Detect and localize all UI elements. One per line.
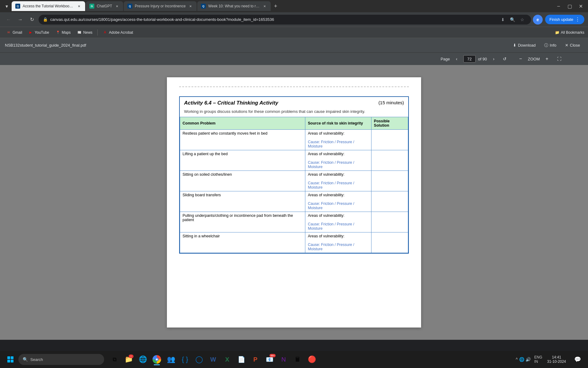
more-options-icon: ⋮ xyxy=(575,17,580,22)
bookmark-acrobat-label: Adobe Acrobat xyxy=(109,30,133,35)
tab-3[interactable]: Q Pressure Injury or Incontinence ✕ xyxy=(124,1,197,11)
fullscreen-button[interactable]: ⛶ xyxy=(555,55,564,63)
tab-2[interactable]: G ChatGPT ✕ xyxy=(86,1,123,11)
table-row: Pulling underpants/clothing or incontine… xyxy=(180,212,408,232)
taskbar-search-bar[interactable]: 🔍 Search xyxy=(18,354,104,365)
forward-button[interactable]: → xyxy=(15,15,25,25)
volume-icon[interactable]: 🔊 xyxy=(526,357,531,362)
teams-button[interactable]: 👥 xyxy=(164,353,178,366)
chevron-up-icon[interactable]: ^ xyxy=(516,357,518,362)
calculator-button[interactable]: 🖩 xyxy=(291,353,304,366)
outlook-button[interactable]: 📧 99+ xyxy=(263,353,276,366)
pdf-app-button[interactable]: 📄 xyxy=(235,353,248,366)
tab-4[interactable]: Q Week 10: What you need to re... ✕ xyxy=(197,1,271,11)
chrome2-button[interactable]: 🔴 xyxy=(305,353,318,366)
pdf-info-button[interactable]: ⓘ Info xyxy=(541,41,560,49)
next-page-button[interactable]: › xyxy=(489,55,498,63)
tab-3-favicon: Q xyxy=(127,4,132,9)
tab-1[interactable]: Q Access the Tutorial Workbook a ✕ xyxy=(12,1,85,11)
table-cell-problem: Sitting in a wheelchair xyxy=(180,232,305,253)
excel-button[interactable]: X xyxy=(221,353,234,366)
page-input[interactable] xyxy=(463,55,476,63)
table-cell-solution xyxy=(371,171,408,191)
gmail-favicon: ✉ xyxy=(6,30,11,35)
page-label: Page xyxy=(441,57,450,61)
onenote-button[interactable]: N xyxy=(277,353,290,366)
table-cell-source: Areas of vulnerability:Cause: Friction /… xyxy=(305,232,371,253)
address-bar[interactable]: 🔒 canvas.qut.edu.au/courses/18001/pages/… xyxy=(39,15,531,25)
start-button[interactable] xyxy=(4,353,17,366)
maximize-button[interactable]: ▢ xyxy=(565,1,575,11)
download-icon: ⬇ xyxy=(513,43,516,48)
tab-1-close[interactable]: ✕ xyxy=(77,4,81,9)
bookmark-star-icon[interactable]: ☆ xyxy=(518,15,527,24)
vscode-button[interactable]: { } xyxy=(178,353,192,366)
bookmark-gmail[interactable]: ✉ Gmail xyxy=(4,29,24,36)
system-tray: ^ 🌐 🔊 xyxy=(516,357,531,362)
tab-list-button[interactable]: ▾ xyxy=(2,2,11,10)
new-tab-button[interactable]: + xyxy=(271,2,280,10)
win-logo-tl xyxy=(7,356,10,359)
bookmark-gmail-label: Gmail xyxy=(13,30,22,35)
clock[interactable]: 14:41 31-10-2024 xyxy=(545,354,568,365)
page-total: of 90 xyxy=(478,57,487,61)
zoom-out-button[interactable]: − xyxy=(516,55,525,63)
lock-icon: 🔒 xyxy=(43,17,48,22)
pdf-page-nav: Page ‹ of 90 › ↺ − ZOOM + ⛶ xyxy=(0,53,588,65)
win-logo-tr xyxy=(11,356,13,359)
table-row: Restless patient who constantly moves fe… xyxy=(180,130,408,150)
prev-page-button[interactable]: ‹ xyxy=(452,55,461,63)
back-button[interactable]: ← xyxy=(4,15,13,25)
cortana-button[interactable]: ◯ xyxy=(192,353,206,366)
reload-button[interactable]: ↻ xyxy=(27,15,37,25)
all-bookmarks-button[interactable]: 📁 All Bookmarks xyxy=(555,30,584,35)
bookmark-youtube[interactable]: ▶ YouTube xyxy=(26,29,51,36)
edge-button[interactable]: 🌐 xyxy=(136,353,149,366)
finish-update-button[interactable]: Finish update ⋮ xyxy=(545,15,584,24)
pdf-content[interactable]: Activity 6.4 – Critical Thinking Activit… xyxy=(0,65,588,340)
table-row: Sitting on soiled clothes/linenAreas of … xyxy=(180,171,408,191)
pdf-download-button[interactable]: ⬇ Download xyxy=(510,42,539,49)
profile-button[interactable]: e xyxy=(533,15,543,25)
minimize-button[interactable]: – xyxy=(554,1,564,11)
download-page-icon[interactable]: ⬇ xyxy=(499,15,507,24)
zoom-label: ZOOM xyxy=(526,57,541,61)
pdf-viewer: NSB132student_tutorial_guide_2024_final.… xyxy=(0,38,588,340)
filemanager-button[interactable]: 📁 ! xyxy=(122,353,135,366)
notification-button[interactable]: 💬 xyxy=(571,353,584,366)
tab-2-close[interactable]: ✕ xyxy=(115,4,119,9)
table-cell-source: Areas of vulnerability:Cause: Friction /… xyxy=(305,212,371,232)
zoom-icon[interactable]: 🔍 xyxy=(508,15,517,24)
close-window-button[interactable]: ✕ xyxy=(576,1,586,11)
reset-page-button[interactable]: ↺ xyxy=(500,55,509,63)
tab-3-close[interactable]: ✕ xyxy=(188,4,193,9)
tab-1-label: Access the Tutorial Workbook a xyxy=(23,4,74,8)
bookmark-youtube-label: YouTube xyxy=(35,30,49,35)
table-cell-source: Areas of vulnerability:Cause: Friction /… xyxy=(305,130,371,150)
table-cell-solution xyxy=(371,212,408,232)
taskbar-apps: ⧉ 📁 ! 🌐 👥 { } ◯ W X xyxy=(108,353,318,366)
table-cell-solution xyxy=(371,150,408,171)
table-cell-solution xyxy=(371,130,408,150)
network-icon[interactable]: 🌐 xyxy=(519,357,524,362)
table-cell-problem: Sliding board transfers xyxy=(180,191,305,212)
table-cell-source: Areas of vulnerability:Cause: Friction /… xyxy=(305,171,371,191)
bookmark-news[interactable]: 📰 News xyxy=(74,29,95,36)
chrome-button[interactable] xyxy=(150,353,164,366)
zoom-in-button[interactable]: + xyxy=(543,55,551,63)
bookmark-acrobat[interactable]: A Adobe Acrobat xyxy=(100,29,136,36)
activity-box: Activity 6.4 – Critical Thinking Activit… xyxy=(179,96,409,254)
tab-1-favicon: Q xyxy=(15,4,20,9)
pdf-close-button[interactable]: ✕ Close xyxy=(562,42,583,49)
youtube-favicon: ▶ xyxy=(28,30,33,35)
taskview-button[interactable]: ⧉ xyxy=(108,353,121,366)
close-label: Close xyxy=(570,43,580,48)
word-button[interactable]: W xyxy=(206,353,220,366)
tab-4-close[interactable]: ✕ xyxy=(262,4,267,9)
bookmark-maps[interactable]: 📍 Maps xyxy=(53,29,73,36)
win-logo-bl xyxy=(7,360,10,362)
bookmarks-separator xyxy=(97,29,98,36)
powerpoint-button[interactable]: P xyxy=(249,353,262,366)
page-separator xyxy=(179,86,409,87)
clock-time: 14:41 xyxy=(552,355,561,359)
